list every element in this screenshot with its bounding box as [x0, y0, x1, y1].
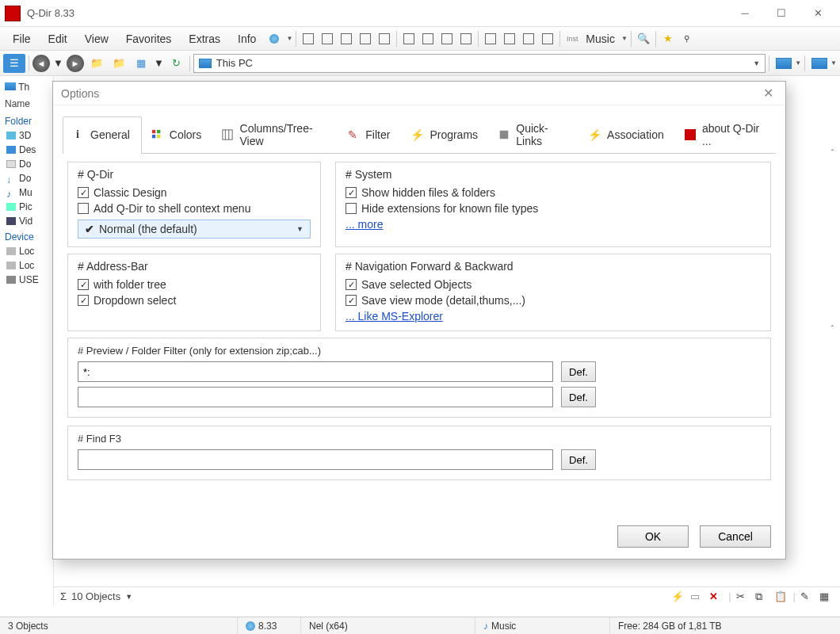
tab-quick-links[interactable]: Quick-Links	[490, 116, 579, 154]
zoom-icon[interactable]: ⚲	[679, 31, 695, 47]
preview-filter-input-1[interactable]	[78, 361, 553, 382]
cut-icon[interactable]: ✂	[736, 590, 750, 603]
tab-columns[interactable]: Columns/Tree-View	[213, 116, 338, 154]
menu-favorites[interactable]: Favorites	[118, 29, 180, 48]
menu-info[interactable]: Info	[230, 29, 264, 48]
layout-8-icon[interactable]	[439, 31, 455, 47]
tab-general[interactable]: iGeneral	[63, 116, 142, 154]
monitor-icon-1[interactable]	[776, 58, 792, 69]
layout-11-icon[interactable]	[502, 31, 517, 47]
maximize-button[interactable]: ☐	[764, 2, 799, 25]
layout-2-icon[interactable]	[319, 31, 335, 47]
monitor-icon-2[interactable]	[811, 58, 827, 69]
app-icon	[5, 6, 21, 21]
folder-go-icon[interactable]: 📁	[109, 54, 128, 73]
layout-3-icon[interactable]	[338, 31, 354, 47]
view-mode-icon[interactable]: ▦	[132, 54, 151, 73]
name-column-header[interactable]: Name	[5, 95, 53, 113]
list-item[interactable]: Loc	[5, 244, 53, 258]
folder-up-icon[interactable]: 📁	[87, 54, 106, 73]
link-like-explorer[interactable]: ... Like MS-Explorer	[346, 308, 443, 323]
list-item[interactable]: Vid	[5, 214, 53, 228]
checkbox-folder-tree[interactable]	[78, 279, 89, 290]
nav-back-button[interactable]: ◄	[32, 55, 50, 72]
checkbox-classic-design[interactable]	[78, 187, 89, 198]
def-button-2[interactable]: Def.	[561, 387, 596, 407]
star-icon[interactable]: ★	[660, 31, 676, 47]
checkbox-save-objects[interactable]	[346, 279, 357, 290]
tab-association[interactable]: ⚡Association	[579, 116, 676, 154]
options-dialog: Options ✕ iGeneral Colors Columns/Tree-V…	[52, 81, 786, 560]
minimize-button[interactable]: ─	[727, 2, 762, 25]
dialog-footer: OK Cancel	[53, 518, 785, 559]
layout-12-icon[interactable]	[521, 31, 536, 47]
layout-5-icon[interactable]	[376, 31, 392, 47]
lightning-icon[interactable]: ⚡	[671, 590, 685, 603]
tab-colors[interactable]: Colors	[142, 116, 213, 154]
menu-view[interactable]: View	[77, 29, 116, 48]
checkbox-show-hidden[interactable]	[346, 187, 357, 198]
nav-forward-button[interactable]: ►	[67, 55, 84, 72]
list-item[interactable]: ♪Mu	[5, 185, 53, 200]
mode-dropdown[interactable]: ✔Normal (the default)▼	[78, 220, 311, 239]
refresh-icon[interactable]: ↻	[167, 54, 186, 73]
menu-edit[interactable]: Edit	[40, 29, 75, 48]
window-title: Q-Dir 8.33	[27, 7, 727, 19]
list-item[interactable]: ↓Do	[5, 171, 53, 185]
layout-9-icon[interactable]	[458, 31, 474, 47]
list-item[interactable]: USE	[5, 273, 53, 287]
tab-about[interactable]: about Q-Dir ...	[676, 116, 776, 154]
tab-filter[interactable]: ✎Filter	[338, 116, 402, 154]
list-item[interactable]: Do	[5, 157, 53, 171]
svg-rect-2	[152, 135, 155, 138]
cancel-button[interactable]: Cancel	[700, 525, 771, 548]
globe-icon	[246, 621, 255, 631]
sidebar-tab[interactable]: Th	[18, 82, 29, 93]
layout-10-icon[interactable]	[483, 31, 498, 47]
collapse-icon[interactable]: ˆ	[831, 149, 834, 158]
checkbox-save-view[interactable]	[346, 295, 357, 306]
list-item[interactable]: Loc	[5, 258, 53, 273]
list-item[interactable]: Des	[5, 143, 53, 157]
sigma-icon: Σ	[60, 590, 67, 602]
copy-icon[interactable]: ⧉	[755, 590, 769, 603]
tab-programs[interactable]: ⚡Programs	[402, 116, 490, 154]
layout-1-icon[interactable]	[300, 31, 316, 47]
layout-6-icon[interactable]	[401, 31, 417, 47]
grid-icon[interactable]: ▦	[819, 590, 834, 603]
collapse-icon[interactable]: ˆ	[831, 325, 834, 334]
folder-icon[interactable]: ▭	[690, 590, 704, 603]
delete-icon[interactable]: ✕	[709, 590, 724, 603]
checkbox-hide-ext[interactable]	[346, 203, 357, 214]
music-label[interactable]: Music	[582, 32, 618, 45]
ok-button[interactable]: OK	[617, 525, 689, 548]
folders-group[interactable]: Folder	[5, 113, 53, 128]
devices-group[interactable]: Device	[5, 228, 53, 244]
def-button-3[interactable]: Def.	[561, 449, 596, 470]
link-more[interactable]: ... more	[346, 216, 383, 231]
search-icon[interactable]: 🔍	[636, 31, 651, 47]
menu-extras[interactable]: Extras	[181, 29, 228, 48]
inst-icon[interactable]: Inst	[564, 31, 580, 47]
menu-file[interactable]: File	[5, 29, 39, 48]
close-button[interactable]: ✕	[800, 2, 835, 25]
address-bar[interactable]: This PC ▼	[193, 54, 766, 73]
preview-filter-input-2[interactable]	[78, 387, 553, 407]
globe-icon[interactable]	[266, 31, 282, 47]
layout-7-icon[interactable]	[420, 31, 436, 47]
layout-4-icon[interactable]	[357, 31, 373, 47]
paste-icon[interactable]: 📋	[774, 590, 788, 603]
dialog-close-button[interactable]: ✕	[758, 84, 777, 103]
group-qdir: # Q-Dir Classic Design Add Q-Dir to shel…	[67, 162, 321, 247]
checkbox-dropdown-select[interactable]	[78, 295, 89, 306]
find-input[interactable]	[78, 449, 553, 470]
dialog-titlebar: Options ✕	[53, 82, 785, 105]
layout-13-icon[interactable]	[540, 31, 556, 47]
list-item[interactable]: 3D	[5, 128, 53, 143]
objects-count[interactable]: 10 Objects	[71, 590, 120, 602]
list-item[interactable]: Pic	[5, 200, 53, 214]
edit-icon[interactable]: ✎	[800, 590, 815, 603]
tree-toggle-icon[interactable]: ☰	[3, 54, 25, 73]
def-button-1[interactable]: Def.	[561, 361, 596, 382]
checkbox-add-shell[interactable]	[78, 203, 89, 214]
